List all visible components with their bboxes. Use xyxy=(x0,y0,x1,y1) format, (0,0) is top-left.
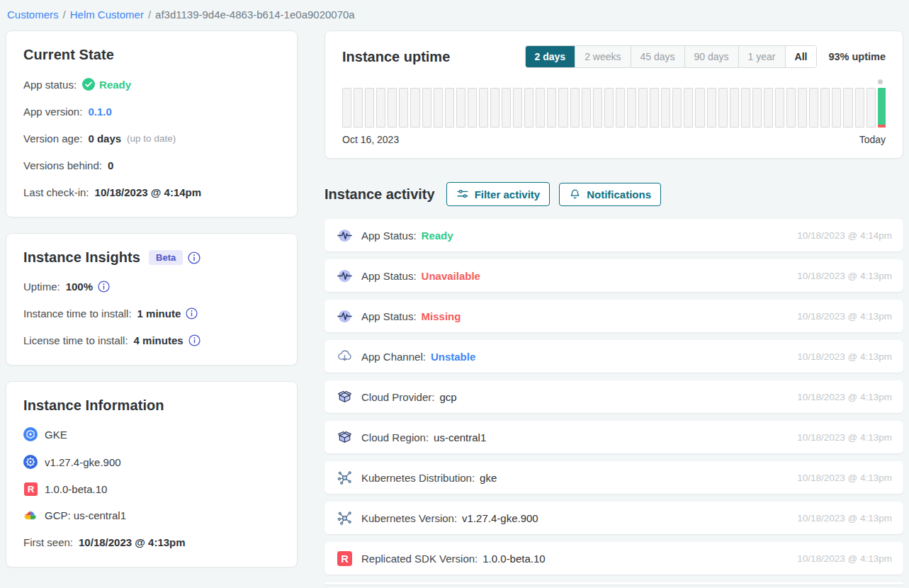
activity-row[interactable]: Cloud Region: us-central1 10/18/2023 @ 4… xyxy=(324,421,903,453)
uptime-bar[interactable] xyxy=(445,88,454,128)
instance-info-item: R 1.0.0-beta.10 xyxy=(23,482,280,496)
breadcrumb-link-customer[interactable]: Helm Customer xyxy=(70,9,144,21)
uptime-bars[interactable] xyxy=(342,88,886,128)
uptime-bar[interactable] xyxy=(490,88,499,128)
activity-row[interactable]: Kubernetes Version: v1.27.4-gke.900 10/1… xyxy=(324,502,903,534)
main-layout: Current State App status: Ready App vers… xyxy=(0,28,909,584)
activity-value: Missing xyxy=(422,310,461,322)
uptime-bar[interactable] xyxy=(570,88,580,128)
activity-header: Instance activity Filter activity Notifi… xyxy=(324,182,903,206)
uptime-bar[interactable] xyxy=(388,88,397,128)
uptime-bar[interactable] xyxy=(843,88,852,128)
activity-row[interactable]: Kubernetes Distribution: gke 10/18/2023 … xyxy=(324,461,903,494)
uptime-bar[interactable] xyxy=(672,88,682,128)
uptime-bar[interactable] xyxy=(479,88,488,128)
uptime-bar[interactable] xyxy=(422,88,431,128)
filter-activity-button[interactable]: Filter activity xyxy=(446,182,551,206)
uptime-bar[interactable] xyxy=(434,88,443,128)
activity-row[interactable]: Cloud Provider: gcp 10/18/2023 @ 4:13pm xyxy=(324,380,903,413)
check-circle-icon xyxy=(82,78,95,91)
breadcrumb-separator: / xyxy=(148,9,151,21)
uptime-bar[interactable] xyxy=(593,88,602,128)
uptime-bar[interactable] xyxy=(775,88,784,128)
uptime-bar[interactable] xyxy=(558,88,568,128)
activity-row[interactable]: App Status: Missing 10/18/2023 @ 4:13pm xyxy=(324,300,903,332)
uptime-bar[interactable] xyxy=(752,88,762,128)
uptime-bar[interactable] xyxy=(536,88,545,128)
instance-info-item: GKE xyxy=(23,427,280,441)
current-state-title: Current State xyxy=(23,47,280,63)
uptime-bar[interactable] xyxy=(468,88,477,128)
instance-insights-title-row: Instance Insights Beta xyxy=(23,249,280,266)
version-age-note: (up to date) xyxy=(127,133,176,144)
replicated-icon: R xyxy=(23,482,38,496)
pulse-icon xyxy=(336,227,353,244)
activity-value: gke xyxy=(480,472,497,484)
uptime-bar[interactable] xyxy=(695,88,704,128)
uptime-bar[interactable] xyxy=(730,88,739,128)
uptime-bar[interactable] xyxy=(524,88,533,128)
range-button-90days[interactable]: 90 days xyxy=(685,46,739,67)
activity-row[interactable]: App Status: Unavailable 10/18/2023 @ 4:1… xyxy=(324,259,903,292)
uptime-bar[interactable] xyxy=(365,88,374,128)
uptime-bar[interactable] xyxy=(502,88,511,128)
range-button-2days[interactable]: 2 days xyxy=(526,46,576,67)
uptime-bar[interactable] xyxy=(764,88,773,128)
range-button-1year[interactable]: 1 year xyxy=(739,46,786,67)
info-icon[interactable] xyxy=(98,281,110,293)
activity-row[interactable]: App Status: Ready 10/18/2023 @ 4:14pm xyxy=(324,219,903,251)
breadcrumb-separator: / xyxy=(63,9,66,21)
range-button-2weeks[interactable]: 2 weeks xyxy=(575,46,631,67)
info-icon[interactable] xyxy=(186,307,198,320)
uptime-bar[interactable] xyxy=(604,88,614,128)
last-checkin-label: Last check-in: xyxy=(23,186,89,198)
uptime-bar[interactable] xyxy=(866,88,876,128)
uptime-bar[interactable] xyxy=(582,88,591,128)
breadcrumb-link-customers[interactable]: Customers xyxy=(7,9,59,21)
uptime-bar[interactable] xyxy=(547,88,556,128)
uptime-bar[interactable] xyxy=(376,88,385,128)
beta-badge: Beta xyxy=(149,250,183,265)
uptime-bar[interactable] xyxy=(616,88,625,128)
info-icon[interactable] xyxy=(188,334,201,346)
uptime-bar[interactable] xyxy=(627,88,636,128)
uptime-bar[interactable] xyxy=(513,88,522,128)
breadcrumb-instance-id: af3d1139-9d4e-4863-b614-1e0a9020070a xyxy=(155,9,355,21)
uptime-bar[interactable] xyxy=(354,88,363,128)
notifications-button[interactable]: Notifications xyxy=(559,183,661,206)
uptime-bar[interactable] xyxy=(342,88,351,128)
uptime-bar[interactable] xyxy=(684,88,693,128)
activity-label: Replicated SDK Version: xyxy=(361,553,478,565)
range-button-group: 2 days 2 weeks 45 days 90 days 1 year Al… xyxy=(525,45,818,68)
uptime-bar[interactable] xyxy=(399,88,408,128)
app-version-link[interactable]: 0.1.0 xyxy=(88,106,111,118)
uptime-bar[interactable] xyxy=(832,88,841,128)
uptime-bar[interactable] xyxy=(718,88,728,128)
uptime-bar-current[interactable] xyxy=(878,88,886,128)
network-icon xyxy=(336,510,353,526)
uptime-bar[interactable] xyxy=(798,88,807,128)
filter-activity-label: Filter activity xyxy=(475,188,541,200)
uptime-bar[interactable] xyxy=(456,88,465,128)
instance-insights-card: Instance Insights Beta Uptime: 100% Inst… xyxy=(6,233,298,366)
uptime-bar[interactable] xyxy=(741,88,750,128)
activity-row[interactable]: R Replicated SDK Version: 1.0.0-beta.10 … xyxy=(324,542,903,575)
uptime-bar[interactable] xyxy=(638,88,648,128)
uptime-bar[interactable] xyxy=(410,88,419,128)
uptime-bar[interactable] xyxy=(786,88,796,128)
gke-icon xyxy=(23,427,38,441)
info-icon[interactable] xyxy=(188,251,201,264)
range-button-all[interactable]: All xyxy=(786,46,817,67)
uptime-bar[interactable] xyxy=(820,88,830,128)
uptime-bar[interactable] xyxy=(650,88,659,128)
uptime-label: Uptime: xyxy=(23,281,60,293)
uptime-bar[interactable] xyxy=(855,88,864,128)
uptime-bar[interactable] xyxy=(707,88,716,128)
range-button-45days[interactable]: 45 days xyxy=(631,46,685,67)
uptime-bar[interactable] xyxy=(661,88,670,128)
activity-row[interactable]: App Channel: Unstable 10/18/2023 @ 4:13p… xyxy=(324,340,903,373)
uptime-controls: 2 days 2 weeks 45 days 90 days 1 year Al… xyxy=(525,45,886,68)
uptime-bar[interactable] xyxy=(809,88,818,128)
svg-text:R: R xyxy=(341,553,349,564)
activity-timestamp: 10/18/2023 @ 4:13pm xyxy=(797,311,892,322)
